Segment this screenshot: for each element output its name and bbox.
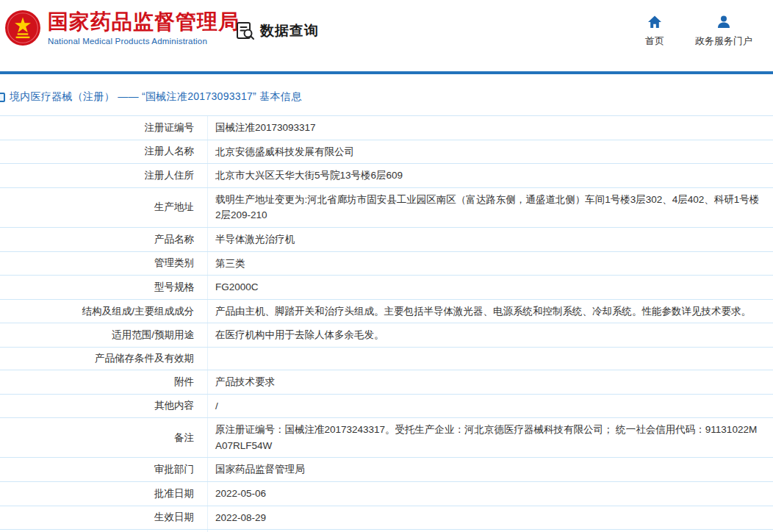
row-value: 在医疗机构中用于去除人体多余毛发。	[208, 323, 773, 347]
portal-link-label: 政务服务门户	[695, 35, 752, 48]
row-label: 批准日期	[0, 482, 208, 506]
row-label: 其他内容	[0, 395, 208, 418]
breadcrumb: 境内医疗器械（注册） —— “国械注准20173093317” 基本信息	[0, 74, 773, 115]
agency-name-cn: 国家药品监督管理局	[48, 10, 240, 34]
row-label: 管理类别	[0, 252, 208, 276]
table-row: 备注 原注册证编号：国械注准20173243317。受托生产企业：河北京德医疗器…	[0, 418, 773, 458]
row-value: 北京市大兴区天华大街5号院13号楼6层609	[208, 164, 773, 187]
table-row: 批准日期 2022-05-06	[0, 482, 773, 506]
row-value: 国家药品监督管理局	[208, 458, 773, 481]
portal-link[interactable]: 政务服务门户	[695, 15, 752, 48]
row-value	[208, 348, 773, 370]
agency-logo-link[interactable]: 国家药品监督管理局 National Medical Products Admi…	[4, 10, 240, 46]
row-label: 产品名称	[0, 228, 208, 251]
row-value: 产品技术要求	[208, 370, 773, 394]
row-value: 产品由主机、脚踏开关和治疗头组成。主要包括半导体激光器、电源系统和控制系统、冷却…	[208, 300, 773, 323]
row-value: 国械注准20173093317	[208, 116, 773, 140]
breadcrumb-icon	[0, 93, 5, 102]
row-value: FG2000C	[208, 276, 773, 299]
breadcrumb-text: 境内医疗器械（注册） —— “国械注准20173093317” 基本信息	[10, 90, 301, 104]
registration-info-table: 注册证编号 国械注准20173093317 注册人名称 北京安德盛威科技发展有限…	[0, 115, 773, 532]
row-label: 审批部门	[0, 458, 208, 481]
row-value: 载明生产地址变更为:河北省廊坊市固安县工业园区南区（富达路东侧，通盛道北侧）车间…	[208, 188, 773, 227]
row-label: 附件	[0, 370, 208, 394]
agency-name-block: 国家药品监督管理局 National Medical Products Admi…	[48, 10, 240, 45]
user-icon	[716, 15, 731, 29]
row-value: 2022-08-29	[208, 506, 773, 530]
row-label: 生产地址	[0, 188, 208, 227]
table-row: 附件 产品技术要求	[0, 370, 773, 395]
site-header: 国家药品监督管理局 National Medical Products Admi…	[0, 0, 773, 71]
table-row: 适用范围/预期用途 在医疗机构中用于去除人体多余毛发。	[0, 323, 773, 348]
row-value: 2022-05-06	[208, 482, 773, 506]
table-row: 注册人住所 北京市大兴区天华大街5号院13号楼6层609	[0, 164, 773, 188]
row-label: 注册人住所	[0, 164, 208, 187]
table-row: 生产地址 载明生产地址变更为:河北省廊坊市固安县工业园区南区（富达路东侧，通盛道…	[0, 188, 773, 228]
national-emblem-icon	[4, 10, 41, 46]
row-label: 适用范围/预期用途	[0, 323, 208, 347]
row-label: 结构及组成/主要组成成分	[0, 300, 208, 323]
row-value: 半导体激光治疗机	[208, 228, 773, 251]
table-row: 管理类别 第三类	[0, 252, 773, 276]
table-row: 产品名称 半导体激光治疗机	[0, 228, 773, 252]
table-row: 其他内容 /	[0, 395, 773, 419]
home-link-label: 首页	[645, 35, 664, 48]
row-label: 生效日期	[0, 506, 208, 530]
row-label: 注册人名称	[0, 140, 208, 164]
table-row: 注册证编号 国械注准20173093317	[0, 116, 773, 140]
row-label: 产品储存条件及有效期	[0, 348, 208, 370]
table-row: 结构及组成/主要组成成分 产品由主机、脚踏开关和治疗头组成。主要包括半导体激光器…	[0, 300, 773, 324]
data-query-tab[interactable]: 数据查询	[235, 21, 319, 40]
row-value: 第三类	[208, 252, 773, 276]
table-row: 注册人名称 北京安德盛威科技发展有限公司	[0, 140, 773, 165]
document-search-icon	[235, 21, 255, 40]
row-label: 备注	[0, 418, 208, 457]
row-label: 型号规格	[0, 276, 208, 299]
row-value: /	[208, 395, 773, 418]
row-label: 注册证编号	[0, 116, 208, 140]
header-nav: 首页 政务服务门户	[645, 15, 752, 48]
table-row: 型号规格 FG2000C	[0, 276, 773, 300]
row-value: 原注册证编号：国械注准20173243317。受托生产企业：河北京德医疗器械科技…	[208, 418, 773, 457]
home-icon	[647, 15, 662, 29]
agency-name-en: National Medical Products Administration	[48, 37, 240, 46]
table-row: 产品储存条件及有效期	[0, 348, 773, 370]
section-title: 数据查询	[260, 21, 319, 40]
row-value: 北京安德盛威科技发展有限公司	[208, 140, 773, 164]
table-row: 生效日期 2022-08-29	[0, 506, 773, 531]
home-link[interactable]: 首页	[645, 15, 664, 48]
table-row: 审批部门 国家药品监督管理局	[0, 458, 773, 482]
